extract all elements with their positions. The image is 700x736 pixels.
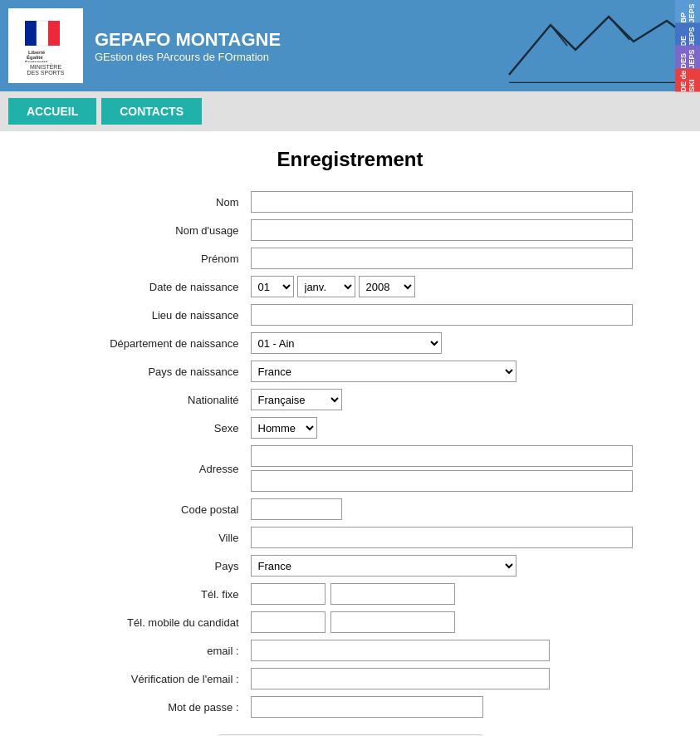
adresse-label: Adresse bbox=[68, 463, 251, 475]
tel-mobile-row: Tél. mobile du candidat bbox=[68, 611, 633, 633]
sexe-field: HommeFemme bbox=[251, 417, 633, 439]
pays-row: Pays FranceAllemagneBelgique EspagneItal… bbox=[68, 555, 633, 577]
code-postal-input[interactable] bbox=[251, 498, 342, 520]
tel-fixe-input-1[interactable] bbox=[251, 583, 326, 605]
ville-input[interactable] bbox=[251, 527, 633, 548]
logo-ministere: MINISTÈRE DES SPORTS bbox=[27, 64, 65, 76]
lieu-naissance-row: Lieu de naissance bbox=[68, 304, 633, 326]
email-label: email : bbox=[68, 645, 251, 657]
tel-fixe-label: Tél. fixe bbox=[68, 588, 251, 601]
svg-rect-2 bbox=[37, 21, 48, 46]
verif-email-label: Vérification de l'email : bbox=[68, 673, 251, 685]
lieu-naissance-field bbox=[251, 304, 633, 326]
code-postal-label: Code postal bbox=[68, 503, 251, 516]
nom-input[interactable] bbox=[251, 191, 633, 213]
page-title: Enregistrement bbox=[25, 148, 675, 171]
registration-form: Nom Nom d'usage Prénom Date de naissance bbox=[68, 191, 633, 718]
email-field bbox=[251, 640, 633, 661]
nom-usage-input[interactable] bbox=[251, 219, 633, 241]
tel-mobile-label: Tél. mobile du candidat bbox=[68, 616, 251, 629]
prenom-field bbox=[251, 248, 633, 269]
tel-fixe-field bbox=[251, 583, 633, 605]
code-postal-row: Code postal bbox=[68, 498, 633, 520]
day-select[interactable]: 01020304 05060708 09101520 2531 bbox=[251, 276, 294, 297]
adresse-input-1[interactable] bbox=[251, 445, 633, 467]
nationalite-label: Nationalité bbox=[68, 394, 251, 406]
nom-field bbox=[251, 191, 633, 213]
logo: Liberté Égalité Fraternité MINISTÈRE DES… bbox=[8, 8, 83, 83]
prenom-label: Prénom bbox=[68, 253, 251, 265]
date-naissance-label: Date de naissance bbox=[68, 281, 251, 293]
mot-de-passe-input[interactable] bbox=[251, 696, 483, 718]
badge-bp-jeps: BP JEPS bbox=[675, 0, 700, 23]
mot-de-passe-label: Mot de passe : bbox=[68, 701, 251, 714]
app-title: GEPAFO MONTAGNE bbox=[95, 29, 501, 51]
lieu-naissance-label: Lieu de naissance bbox=[68, 309, 251, 321]
year-select[interactable]: 2008200720062005 2000199519901985 198019… bbox=[359, 276, 415, 297]
lieu-naissance-input[interactable] bbox=[251, 304, 633, 326]
sexe-label: Sexe bbox=[68, 422, 251, 434]
sexe-select[interactable]: HommeFemme bbox=[251, 417, 317, 439]
dept-naissance-row: Département de naissance 01 - Ain 02 - A… bbox=[68, 332, 633, 354]
nom-usage-label: Nom d'usage bbox=[68, 224, 251, 237]
pays-naissance-row: Pays de naissance FranceAllemagneBelgiqu… bbox=[68, 361, 633, 382]
nav-accueil-button[interactable]: ACCUEIL bbox=[8, 98, 96, 125]
email-input[interactable] bbox=[251, 640, 550, 661]
sexe-row: Sexe HommeFemme bbox=[68, 417, 633, 439]
tel-mobile-input-1[interactable] bbox=[251, 611, 326, 633]
pays-naissance-field: FranceAllemagneBelgique EspagneItalieSui… bbox=[251, 361, 633, 382]
month-select[interactable]: janv.févr.marsavr. maijuinjuil.août sept… bbox=[297, 276, 355, 297]
adresse-field bbox=[251, 445, 633, 492]
verif-email-row: Vérification de l'email : bbox=[68, 668, 633, 689]
svg-text:Égalité: Égalité bbox=[27, 54, 43, 60]
tel-mobile-field bbox=[251, 611, 633, 633]
nom-label: Nom bbox=[68, 196, 251, 209]
svg-text:Fraternité: Fraternité bbox=[25, 60, 48, 62]
nom-row: Nom bbox=[68, 191, 633, 213]
mot-de-passe-field bbox=[251, 696, 633, 718]
pays-label: Pays bbox=[68, 560, 251, 572]
date-naissance-field: 01020304 05060708 09101520 2531 janv.fév… bbox=[251, 276, 633, 297]
nationalite-field: FrançaiseAllemandeBelge EspagnoleItalien… bbox=[251, 389, 633, 410]
nav-contacts-button[interactable]: CONTACTS bbox=[101, 98, 202, 125]
dept-naissance-field: 01 - Ain 02 - Aisne 03 - Allier 04 - Alp… bbox=[251, 332, 633, 354]
svg-rect-7 bbox=[501, 8, 683, 83]
prenom-input[interactable] bbox=[251, 248, 633, 269]
svg-rect-3 bbox=[48, 21, 60, 46]
nom-usage-field bbox=[251, 219, 633, 241]
svg-rect-1 bbox=[25, 21, 37, 46]
mot-de-passe-row: Mot de passe : bbox=[68, 696, 633, 718]
pays-naissance-label: Pays de naissance bbox=[68, 366, 251, 378]
nationalite-row: Nationalité FrançaiseAllemandeBelge Espa… bbox=[68, 389, 633, 410]
pays-naissance-select[interactable]: FranceAllemagneBelgique EspagneItalieSui… bbox=[251, 361, 516, 382]
date-naissance-row: Date de naissance 01020304 05060708 0910… bbox=[68, 276, 633, 297]
ville-row: Ville bbox=[68, 527, 633, 548]
nav: ACCUEIL CONTACTS bbox=[0, 91, 700, 131]
adresse-row: Adresse bbox=[68, 445, 633, 492]
prenom-row: Prénom bbox=[68, 248, 633, 269]
mountain-logo bbox=[501, 8, 683, 83]
tel-mobile-input-2[interactable] bbox=[330, 611, 455, 633]
pays-select[interactable]: FranceAllemagneBelgique EspagneItalieSui… bbox=[251, 555, 516, 577]
ville-label: Ville bbox=[68, 532, 251, 544]
header-badges: BP JEPS DE JEPS DES JEPS DE de SKI bbox=[675, 0, 700, 91]
nom-usage-row: Nom d'usage bbox=[68, 219, 633, 241]
badge-de-jeps: DE JEPS bbox=[675, 23, 700, 47]
verif-email-input[interactable] bbox=[251, 668, 550, 689]
header-title: GEPAFO MONTAGNE GEstion des PArcours de … bbox=[95, 29, 501, 63]
dept-naissance-label: Département de naissance bbox=[68, 337, 251, 350]
pays-field: FranceAllemagneBelgique EspagneItalieSui… bbox=[251, 555, 633, 577]
header: Liberté Égalité Fraternité MINISTÈRE DES… bbox=[0, 0, 700, 91]
badge-de-ski: DE de SKI bbox=[675, 69, 700, 92]
adresse-input-2[interactable] bbox=[251, 470, 633, 492]
email-row: email : bbox=[68, 640, 633, 661]
tel-fixe-input-2[interactable] bbox=[330, 583, 455, 605]
ville-field bbox=[251, 527, 633, 548]
page-content: Enregistrement Nom Nom d'usage Prénom Da… bbox=[0, 131, 700, 736]
app-subtitle: GEstion des PArcours de FOrmation bbox=[95, 51, 501, 63]
tel-fixe-row: Tél. fixe bbox=[68, 583, 633, 605]
badge-des-jeps: DES JEPS bbox=[675, 46, 700, 69]
nationalite-select[interactable]: FrançaiseAllemandeBelge EspagnoleItalien… bbox=[251, 389, 342, 410]
verif-email-field bbox=[251, 668, 633, 689]
dept-select[interactable]: 01 - Ain 02 - Aisne 03 - Allier 04 - Alp… bbox=[251, 332, 442, 354]
